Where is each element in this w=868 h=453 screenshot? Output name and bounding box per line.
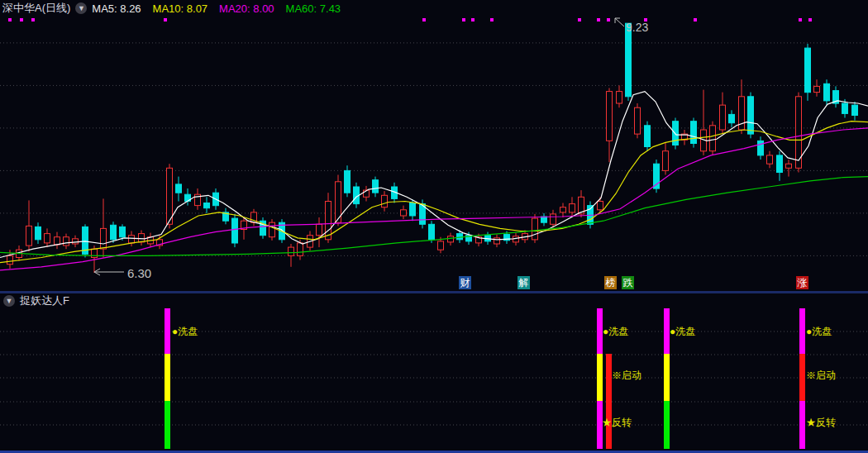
candlestick-series: [7, 23, 858, 273]
candle-body: [805, 48, 811, 93]
candle-body: [691, 122, 697, 144]
ma60-line: [0, 177, 868, 256]
candle-body: [767, 155, 773, 164]
signal-bar-segment: [664, 308, 670, 354]
candle-body: [532, 218, 538, 240]
signal-dot: [799, 18, 802, 21]
signal-dot: [607, 18, 610, 21]
ma20-line: [0, 128, 868, 270]
candle-body: [560, 207, 566, 212]
signal-bar-segment: [799, 308, 805, 354]
signal-dot: [808, 18, 812, 21]
candle-body: [663, 151, 669, 171]
candle-body: [598, 202, 603, 210]
candle-body: [326, 202, 331, 240]
signal-label: ●洗盘: [603, 326, 628, 337]
candle-body: [232, 218, 238, 243]
signal-dot: [164, 18, 167, 21]
signal-dot: [694, 18, 697, 21]
candle-body: [289, 247, 294, 255]
signal-dot: [8, 18, 12, 21]
candle-body: [36, 226, 41, 239]
candle-body: [139, 234, 145, 242]
candle-body: [617, 92, 622, 103]
candle-body: [298, 243, 303, 256]
stock-app-screen: 深中华A(日线) ▼ MA5: 8.26 MA10: 8.07 MA20: 8.…: [0, 0, 868, 453]
candle-body: [120, 226, 126, 236]
panel-divider: [0, 291, 868, 293]
candle-body: [720, 105, 726, 130]
signal-bar-segment: [664, 354, 670, 401]
ma10-label: MA10: 8.07: [153, 2, 208, 15]
candle-body: [373, 180, 379, 193]
price-annotations: 9.236.30: [94, 18, 648, 280]
candle-body: [729, 114, 735, 122]
ma5-label: MA5: 8.26: [92, 2, 141, 15]
stock-title: 深中华A(日线): [2, 1, 70, 16]
low-price-label: 6.30: [127, 266, 151, 280]
chevron-down-icon[interactable]: ▼: [3, 295, 15, 307]
candle-body: [7, 255, 13, 264]
sub-gridlines: [0, 331, 868, 425]
candle-body: [26, 226, 32, 246]
signal-dot: [20, 18, 23, 21]
candle-body: [607, 92, 613, 141]
sub-panel-header: ▼ 捉妖达人F: [0, 294, 868, 308]
signal-bar-segment: [664, 401, 670, 449]
event-marker-chip[interactable]: 跌: [622, 276, 634, 289]
candle-body: [645, 126, 651, 147]
event-marker-chip[interactable]: 涨: [796, 276, 808, 289]
signal-label: ●洗盘: [670, 326, 695, 337]
signal-bar-segment: [165, 308, 170, 354]
candle-body: [758, 141, 764, 155]
candle-body: [551, 214, 556, 224]
signal-bar-series: ●洗盘●洗盘※启动★反转●洗盘●洗盘※启动★反转: [165, 308, 836, 449]
ma60-label: MA60: 7.43: [286, 2, 341, 15]
signal-dot: [462, 18, 465, 21]
candle-body: [570, 204, 575, 212]
candle-body: [317, 224, 322, 235]
event-marker-chip[interactable]: 榜: [604, 276, 617, 289]
signal-label: ●洗盘: [806, 326, 832, 337]
signal-dot: [422, 18, 426, 21]
candle-body: [345, 170, 351, 193]
candle-body: [448, 236, 454, 242]
candle-body: [73, 239, 79, 244]
signal-dot: [578, 18, 581, 21]
candle-body: [824, 83, 830, 101]
candle-body: [204, 203, 210, 208]
chevron-down-icon[interactable]: ▼: [75, 2, 87, 14]
candle-body: [635, 107, 641, 134]
candle-body: [111, 225, 117, 240]
event-marker-chip[interactable]: 解: [517, 276, 530, 289]
candle-body: [92, 249, 98, 257]
candle-body: [777, 155, 783, 173]
candle-body: [710, 126, 716, 151]
candle-body: [55, 237, 60, 245]
candle-body: [401, 210, 407, 216]
candle-body: [786, 164, 792, 168]
signal-label: ★反转: [806, 417, 836, 428]
signal-bar-segment: [799, 401, 805, 449]
signal-bar-segment: [799, 354, 805, 401]
signal-label: ★反转: [602, 417, 632, 428]
candle-body: [64, 237, 69, 246]
candle-body: [494, 238, 500, 244]
main-chart-header: 深中华A(日线) ▼ MA5: 8.26 MA10: 8.07 MA20: 8.…: [0, 0, 868, 17]
candle-body: [438, 241, 444, 250]
signal-label: ※启动: [806, 370, 836, 381]
signal-dot: [471, 18, 475, 21]
event-marker-chip[interactable]: 财: [459, 276, 471, 289]
candle-body: [129, 236, 135, 243]
candle-body: [852, 105, 858, 115]
candle-body: [269, 222, 275, 237]
candle-body: [101, 228, 107, 249]
sub-panel-title: 捉妖达人F: [20, 293, 69, 308]
candle-body: [382, 195, 388, 207]
candlestick-chart: 9.236.30●洗盘●洗盘※启动★反转●洗盘●洗盘※启动★反转: [0, 0, 868, 453]
signal-bar-segment: [606, 354, 612, 449]
signal-bar-segment: [597, 354, 603, 401]
signal-bar-segment: [165, 354, 170, 401]
candle-body: [429, 224, 435, 240]
signal-label: ※启动: [612, 370, 641, 381]
